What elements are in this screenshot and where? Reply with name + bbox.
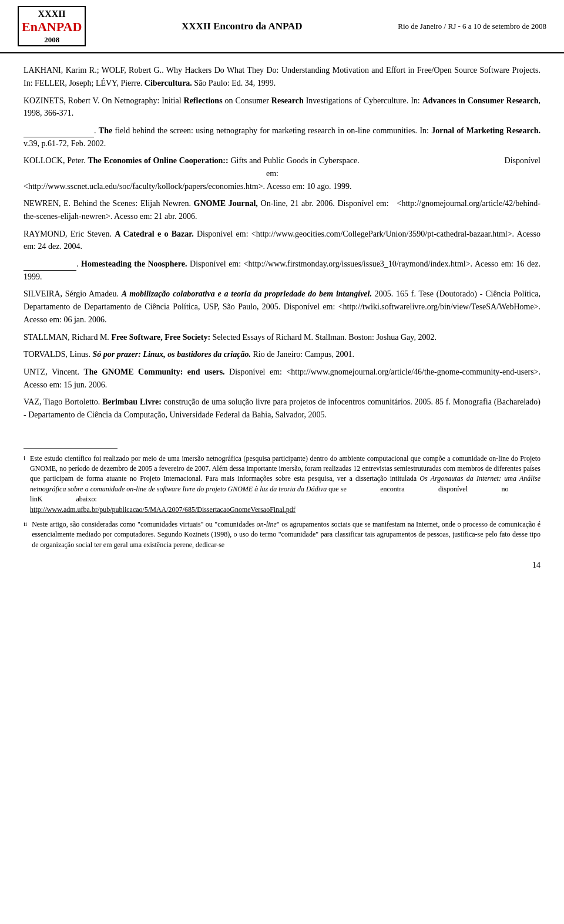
footnote-i-link[interactable]: http://www.adm.ufba.br/pub/publicacao/5/… [30,505,296,514]
ref-raymond1: RAYMOND, Eric Steven. A Catedral e o Baz… [24,228,540,253]
ref-lakhani: LAKHANI, Karim R.; WOLF, Robert G.. Why … [24,64,540,89]
main-content: LAKHANI, Karim R.; WOLF, Robert G.. Why … [0,53,564,437]
footnote-i-text: Este estudo científico foi realizado por… [30,454,540,515]
ref-raymond2: . Homesteading the Noosphere. Disponível… [24,258,540,283]
footnote-i: i Este estudo científico foi realizado p… [24,454,540,515]
ref-torvalds: TORVALDS, Linus. Só por prazer: Linux, o… [24,348,540,361]
ref-kozinets1: KOZINETS, Robert V. On Netnography: Init… [24,95,540,120]
footnote-i-num: i [24,454,25,515]
ref-silveira: SILVEIRA, Sérgio Amadeu. A mobilização c… [24,288,540,326]
ref-vaz: VAZ, Tiago Bortoletto. Berimbau Livre: c… [24,396,540,421]
page-number: 14 [0,555,564,576]
logo-group: XXXII EnANPAD 2008 [18,6,86,46]
conference-location: Rio de Janeiro / RJ - 6 a 10 de setembro… [398,22,546,31]
ref-newren: NEWREN, E. Behind the Scenes: Elijah New… [24,197,540,222]
logo-roman: XXXII [22,8,82,19]
footnote-ii-text: Neste artigo, são consideradas como "com… [32,520,540,550]
ref-kollock: KOLLOCK, Peter. The Economies of Online … [24,154,540,193]
footnote-ii-num: ii [24,520,27,550]
footnote-divider [24,448,118,449]
page-header: XXXII EnANPAD 2008 XXXII Encontro da ANP… [0,0,564,53]
ref-untz: UNTZ, Vincent. The GNOME Community: end … [24,366,540,391]
logo-year: 2008 [22,35,82,45]
logo-en: En [22,19,38,35]
ref-stallman: STALLMAN, Richard M. Free Software, Free… [24,331,540,344]
ref-kozinets2: . The field behind the screen: using net… [24,124,540,150]
footnotes-section: i Este estudo científico foi realizado p… [0,454,564,551]
logo-anpad: ANPAD [38,19,82,35]
footnote-ii: ii Neste artigo, são consideradas como "… [24,520,540,550]
logo-box: XXXII EnANPAD 2008 [18,6,86,46]
conference-title: XXXII Encontro da ANPAD [182,21,303,32]
